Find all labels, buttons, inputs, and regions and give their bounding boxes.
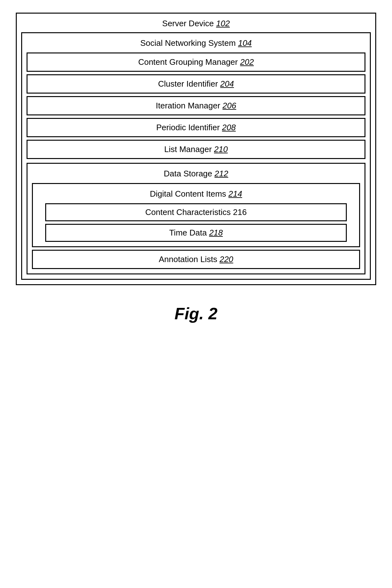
server-device-label: Server Device 102	[159, 17, 233, 30]
digital-content-items-box: Digital Content Items 214 Content Charac…	[32, 183, 360, 247]
diagram-area: Server Device 102 Social Networking Syst…	[16, 13, 376, 575]
periodic-identifier-box: Periodic Identifier 208	[27, 118, 365, 137]
time-data-label: Time Data 218	[166, 226, 226, 239]
list-manager-box: List Manager 210	[27, 140, 365, 159]
content-characteristics-label: Content Characteristics 216	[142, 205, 250, 219]
annotation-lists-label: Annotation Lists 220	[156, 253, 236, 266]
time-data-box: Time Data 218	[45, 224, 347, 242]
cluster-identifier-box: Cluster Identifier 204	[27, 74, 365, 94]
digital-content-items-label: Digital Content Items 214	[147, 187, 245, 201]
content-grouping-manager-label: Content Grouping Manager 202	[135, 55, 257, 69]
server-device-box: Server Device 102 Social Networking Syst…	[16, 13, 376, 285]
social-networking-box: Social Networking System 104 Content Gro…	[21, 32, 371, 280]
list-manager-label: List Manager 210	[161, 143, 231, 156]
figure-caption: Fig. 2	[175, 304, 217, 323]
data-storage-box: Data Storage 212 Digital Content Items 2…	[27, 163, 365, 274]
periodic-identifier-label: Periodic Identifier 208	[153, 121, 239, 134]
iteration-manager-box: Iteration Manager 206	[27, 96, 365, 115]
data-storage-label: Data Storage 212	[161, 167, 231, 181]
annotation-lists-box: Annotation Lists 220	[32, 250, 360, 269]
iteration-manager-label: Iteration Manager 206	[153, 99, 239, 112]
cluster-identifier-label: Cluster Identifier 204	[155, 77, 237, 90]
content-grouping-manager-box: Content Grouping Manager 202	[27, 52, 365, 72]
social-networking-label: Social Networking System 104	[137, 36, 255, 50]
content-characteristics-box: Content Characteristics 216	[45, 203, 347, 221]
